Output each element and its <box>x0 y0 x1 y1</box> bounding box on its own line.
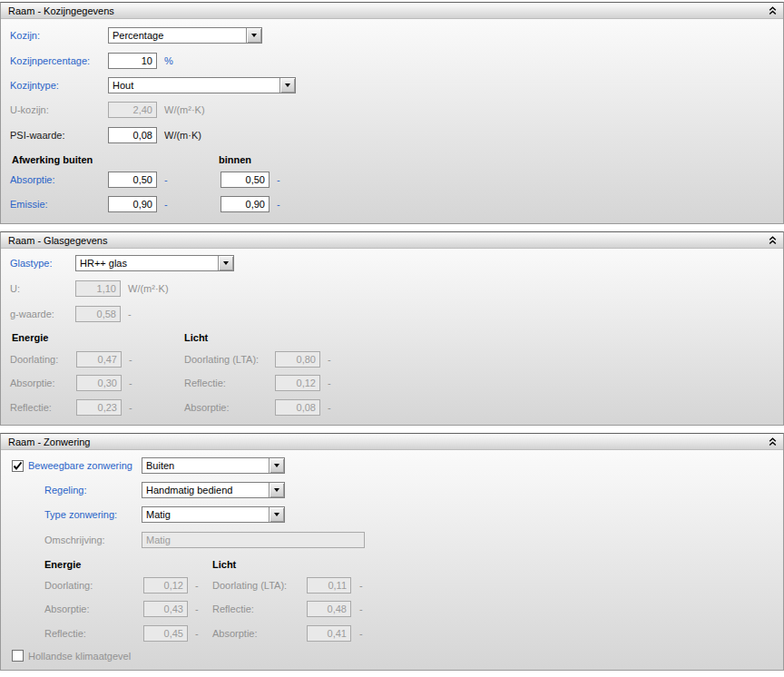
emissie-buiten-input[interactable] <box>108 196 157 212</box>
type-zonwering-select[interactable]: Matig <box>142 506 285 523</box>
energie-absorptie-label: Absorptie: <box>10 378 76 388</box>
energie-absorptie-input <box>76 375 122 391</box>
licht-doorlating-label: Doorlating (LTA): <box>212 580 307 591</box>
licht-doorlating-input <box>307 577 351 594</box>
kozijntype-row: Kozijntype: Hout <box>1 77 783 93</box>
energie-doorlating-label: Doorlating: <box>44 580 143 591</box>
kozijnpercentage-row: Kozijnpercentage: % <box>1 53 783 69</box>
u-kozijn-row: U-kozijn: W/(m²·K) <box>1 102 783 118</box>
licht-absorptie-input <box>307 625 351 642</box>
beweegbare-zonwering-select[interactable]: Buiten <box>142 457 285 474</box>
licht-doorlating-label: Doorlating (LTA): <box>184 354 275 365</box>
energie-reflectie-unit: - <box>195 628 206 639</box>
omschrijving-label: Omschrijving: <box>44 535 142 545</box>
chevron-down-icon[interactable] <box>269 507 284 522</box>
chevron-down-icon[interactable] <box>218 256 233 270</box>
absorptie-binnen-unit: - <box>277 174 280 185</box>
licht-header: Licht <box>184 332 208 343</box>
glas-doorlating-row: Doorlating: - Doorlating (LTA): - <box>1 351 783 368</box>
type-zonwering-row: Type zonwering: Matig <box>1 506 783 523</box>
zonwering-reflectie-row: Reflectie: - Absorptie: - <box>1 625 783 642</box>
panel-glasgegevens: Raam - Glasgegevens Glastype: HR++ glas … <box>0 231 784 426</box>
kozijntype-selected-value: Hout <box>109 78 279 93</box>
kozijnpercentage-unit: % <box>164 55 173 66</box>
glastype-label: Glastype: <box>10 258 75 269</box>
beweegbare-zonwering-selected-value: Buiten <box>142 458 269 473</box>
emissie-row: Emissie: - - <box>1 196 783 212</box>
licht-absorptie-label: Absorptie: <box>184 402 275 413</box>
licht-header: Licht <box>212 559 236 570</box>
licht-doorlating-input <box>275 351 320 368</box>
beweegbare-zonwering-checkbox[interactable] <box>12 460 24 472</box>
beweegbare-zonwering-label: Beweegbare zonwering <box>28 460 142 471</box>
omschrijving-row: Omschrijving: <box>1 532 783 548</box>
licht-doorlating-unit: - <box>328 354 331 365</box>
absorptie-buiten-input[interactable] <box>108 172 157 188</box>
glas-section-header-row: Energie Licht <box>1 331 783 343</box>
g-waarde-unit: - <box>128 309 132 319</box>
hollandse-klimaatgevel-label: Hollandse klimaatgevel <box>28 651 131 662</box>
licht-absorptie-unit: - <box>328 402 331 413</box>
chevron-down-icon[interactable] <box>279 78 295 93</box>
kozijntype-select[interactable]: Hout <box>108 77 296 93</box>
energie-absorptie-label: Absorptie: <box>44 603 143 614</box>
kozijn-row: Kozijn: Percentage <box>1 27 783 44</box>
regeling-row: Regeling: Handmatig bediend <box>1 482 783 498</box>
energie-reflectie-unit: - <box>129 402 140 413</box>
glastype-select[interactable]: HR++ glas <box>75 255 234 271</box>
collapse-chevron-up-icon[interactable] <box>767 235 779 246</box>
kozijntype-label: Kozijntype: <box>10 80 108 91</box>
panel-title: Raam - Zonwering <box>8 437 90 447</box>
glastype-row: Glastype: HR++ glas <box>1 255 783 271</box>
emissie-label: Emissie: <box>10 199 108 210</box>
absorptie-binnen-input[interactable] <box>220 172 270 188</box>
regeling-label: Regeling: <box>44 485 142 495</box>
licht-absorptie-unit: - <box>359 628 363 639</box>
collapse-chevron-up-icon[interactable] <box>767 437 779 447</box>
g-waarde-row: g-waarde: - <box>1 306 783 322</box>
energie-doorlating-unit: - <box>195 580 206 591</box>
absorptie-buiten-unit: - <box>164 174 175 185</box>
absorptie-row: Absorptie: - - <box>1 172 783 188</box>
licht-doorlating-unit: - <box>359 580 363 591</box>
panel-title: Raam - Glasgegevens <box>8 235 107 246</box>
collapse-chevron-up-icon[interactable] <box>767 5 779 16</box>
licht-reflectie-unit: - <box>328 378 331 388</box>
licht-reflectie-label: Reflectie: <box>184 378 275 388</box>
psi-waarde-unit: W/(m·K) <box>164 130 201 141</box>
emissie-binnen-input[interactable] <box>220 196 270 212</box>
afwerking-section-header-row: Afwerking buiten binnen <box>1 153 783 165</box>
omschrijving-input <box>142 532 365 548</box>
psi-waarde-label: PSI-waarde: <box>10 130 108 141</box>
glas-absorptie-row: Absorptie: - Reflectie: - <box>1 375 783 391</box>
licht-reflectie-unit: - <box>359 603 363 614</box>
regeling-select[interactable]: Handmatig bediend <box>142 482 285 498</box>
g-waarde-input <box>75 306 121 322</box>
kozijnpercentage-input[interactable] <box>108 53 157 69</box>
kozijn-label: Kozijn: <box>10 30 108 41</box>
zonwering-absorptie-row: Absorptie: - Reflectie: - <box>1 601 783 617</box>
licht-reflectie-input <box>275 375 320 391</box>
chevron-down-icon[interactable] <box>269 458 284 473</box>
energie-doorlating-input <box>76 351 122 368</box>
panel-zonwering-header: Raam - Zonwering <box>1 434 783 450</box>
binnen-header: binnen <box>219 154 251 165</box>
u-glas-row: U: W/(m²·K) <box>1 280 783 297</box>
chevron-down-icon[interactable] <box>269 483 284 497</box>
u-glas-input <box>75 280 121 297</box>
panel-kozijngegevens: Raam - Kozijngegevens Kozijn: Percentage… <box>0 2 784 224</box>
licht-reflectie-label: Reflectie: <box>212 603 307 614</box>
kozijn-selected-value: Percentage <box>109 28 246 43</box>
u-glas-label: U: <box>10 283 75 294</box>
hollandse-klimaatgevel-checkbox[interactable] <box>12 650 24 662</box>
kozijn-select[interactable]: Percentage <box>108 27 262 44</box>
panel-kozijngegevens-header: Raam - Kozijngegevens <box>1 3 783 19</box>
absorptie-label: Absorptie: <box>10 174 108 185</box>
licht-absorptie-input <box>275 399 320 416</box>
raam-form-page: Raam - Kozijngegevens Kozijn: Percentage… <box>0 0 784 677</box>
psi-waarde-input[interactable] <box>108 127 157 143</box>
chevron-down-icon[interactable] <box>246 28 261 43</box>
zonwering-doorlating-row: Doorlating: - Doorlating (LTA): - <box>1 577 783 594</box>
u-kozijn-input <box>108 102 157 118</box>
energie-reflectie-label: Reflectie: <box>10 402 76 413</box>
